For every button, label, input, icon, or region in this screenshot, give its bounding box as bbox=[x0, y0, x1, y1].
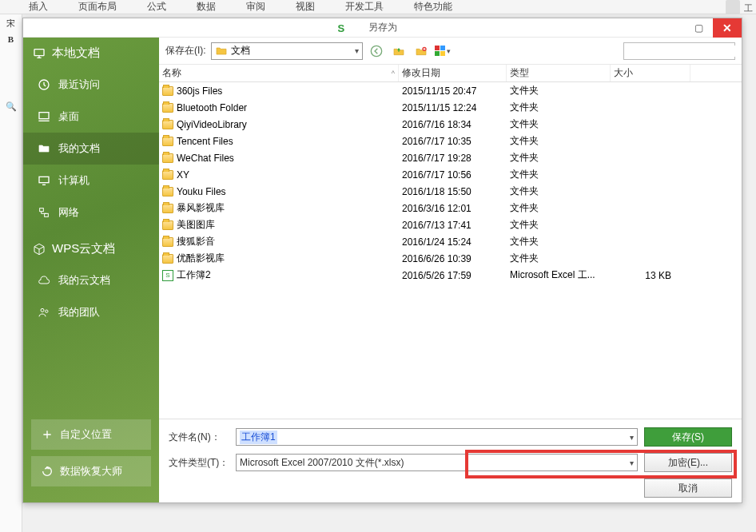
ribbon-tab[interactable]: 审阅 bbox=[246, 0, 265, 14]
file-name: XY bbox=[177, 169, 189, 181]
file-row[interactable]: 360js Files2015/11/15 20:47文件夹 bbox=[159, 82, 742, 99]
font-name-fragment: 宋 bbox=[0, 18, 22, 30]
data-recovery-button[interactable]: 数据恢复大师 bbox=[31, 456, 151, 486]
file-row[interactable]: QiyiVideoLibrary2016/7/16 18:34文件夹 bbox=[159, 116, 742, 133]
maximize-button[interactable]: ▢ bbox=[684, 18, 713, 38]
ribbon-tab[interactable]: 数据 bbox=[197, 0, 216, 14]
column-headers: 名称^ 修改日期 类型 大小 bbox=[159, 65, 742, 82]
file-row[interactable]: Youku Files2016/1/18 15:50文件夹 bbox=[159, 183, 742, 200]
file-row[interactable]: 搜狐影音2016/1/24 15:24文件夹 bbox=[159, 233, 742, 250]
svg-rect-4 bbox=[40, 208, 44, 212]
user-avatar[interactable] bbox=[726, 0, 740, 14]
file-name: 搜狐影音 bbox=[177, 235, 215, 248]
folder-icon bbox=[162, 120, 173, 129]
file-date: 2015/11/15 12:24 bbox=[399, 102, 507, 113]
ribbon-tab[interactable]: 开发工具 bbox=[345, 0, 384, 14]
sort-caret-icon: ^ bbox=[392, 69, 395, 77]
back-button[interactable] bbox=[368, 42, 385, 60]
filename-value[interactable]: 工作簿1 bbox=[240, 431, 277, 444]
file-row[interactable]: XY2016/7/17 10:56文件夹 bbox=[159, 166, 742, 183]
file-row[interactable]: WeChat Files2016/7/17 19:28文件夹 bbox=[159, 149, 742, 166]
file-name: Bluetooth Folder bbox=[177, 102, 247, 113]
sidebar-item-network[interactable]: 网络 bbox=[23, 197, 159, 228]
search-box[interactable]: 🔍 bbox=[623, 42, 735, 60]
sidebar-item-mydocs[interactable]: 我的文档 bbox=[23, 133, 159, 165]
xls-file-icon: S bbox=[162, 270, 173, 281]
filename-label: 文件名(N)： bbox=[169, 431, 229, 444]
filetype-label: 文件类型(T)： bbox=[169, 456, 229, 470]
sidebar-item-desktop[interactable]: 桌面 bbox=[23, 101, 159, 133]
dialog-titlebar: S 另存为 ▢ ✕ bbox=[23, 18, 742, 38]
cloud-doc-icon bbox=[38, 274, 50, 287]
sidebar-item-label: 计算机 bbox=[58, 173, 90, 188]
location-text: 文档 bbox=[231, 44, 250, 58]
sidebar-item-label: 桌面 bbox=[58, 109, 79, 124]
file-row[interactable]: Tencent Files2016/7/17 10:35文件夹 bbox=[159, 133, 742, 149]
save-in-label: 保存在(I): bbox=[165, 44, 206, 58]
ribbon-tab[interactable]: 插入 bbox=[29, 0, 48, 14]
search-input[interactable] bbox=[627, 46, 742, 57]
sidebar-item-clouddocs[interactable]: 我的云文档 bbox=[23, 264, 159, 296]
folder-icon bbox=[38, 142, 50, 155]
col-header-date[interactable]: 修改日期 bbox=[399, 65, 507, 81]
file-list[interactable]: 360js Files2015/11/15 20:47文件夹Bluetooth … bbox=[159, 82, 742, 419]
view-mode-button[interactable]: ▾ bbox=[435, 46, 451, 56]
sidebar-item-team[interactable]: 我的团队 bbox=[23, 296, 159, 328]
file-date: 2015/11/15 20:47 bbox=[399, 85, 507, 97]
file-row[interactable]: S工作簿22016/5/26 17:59Microsoft Excel 工...… bbox=[159, 267, 742, 284]
folder-icon bbox=[215, 45, 228, 58]
file-name: 暴风影视库 bbox=[177, 201, 225, 215]
monitor-icon bbox=[33, 47, 46, 60]
file-name: WeChat Files bbox=[177, 153, 234, 164]
col-header-name[interactable]: 名称^ bbox=[159, 65, 399, 81]
ribbon-tab[interactable]: 公式 bbox=[147, 0, 166, 14]
file-row[interactable]: 暴风影视库2016/3/16 12:01文件夹 bbox=[159, 200, 742, 216]
up-folder-button[interactable] bbox=[390, 42, 408, 60]
file-size: 13 KB bbox=[611, 270, 690, 281]
file-name: 工作簿2 bbox=[177, 268, 211, 282]
save-button[interactable]: 保存(S) bbox=[644, 427, 732, 447]
file-type: 文件夹 bbox=[507, 101, 611, 114]
chevron-down-icon[interactable]: ▾ bbox=[630, 433, 634, 442]
file-date: 2016/7/13 17:41 bbox=[399, 220, 507, 231]
close-button[interactable]: ✕ bbox=[713, 18, 742, 38]
location-combo[interactable]: 文档 ▾ bbox=[211, 42, 363, 60]
encrypt-button[interactable]: 加密(E)... bbox=[644, 453, 732, 472]
cube-icon bbox=[33, 243, 46, 256]
folder-icon bbox=[162, 220, 173, 230]
sidebar-item-computer[interactable]: 计算机 bbox=[23, 165, 159, 197]
col-header-size[interactable]: 大小 bbox=[611, 65, 690, 81]
cancel-button[interactable]: 取消 bbox=[644, 478, 732, 498]
folder-icon bbox=[162, 103, 173, 113]
sidebar-item-label: 最近访问 bbox=[58, 77, 100, 92]
new-folder-button[interactable] bbox=[412, 42, 430, 60]
location-sidebar: 本地文档 最近访问 桌面 我的文档 计算机 网络 bbox=[23, 38, 159, 502]
button-label: 自定义位置 bbox=[60, 427, 112, 442]
ribbon-tab[interactable]: 视图 bbox=[296, 0, 315, 14]
svg-point-6 bbox=[41, 308, 44, 312]
file-date: 2016/3/16 12:01 bbox=[399, 203, 507, 214]
file-type: 文件夹 bbox=[507, 151, 611, 165]
file-row[interactable]: 美图图库2016/7/13 17:41文件夹 bbox=[159, 216, 742, 233]
grid-icon bbox=[435, 46, 445, 56]
sidebar-item-label: 网络 bbox=[58, 205, 79, 220]
folder-icon bbox=[162, 137, 173, 146]
toolbar: 保存在(I): 文档 ▾ ▾ 🔍 bbox=[159, 38, 742, 65]
filename-field[interactable]: 工作簿1 ▾ bbox=[236, 428, 638, 446]
file-date: 2016/7/17 19:28 bbox=[399, 153, 507, 164]
file-row[interactable]: Bluetooth Folder2015/11/15 12:24文件夹 bbox=[159, 99, 742, 116]
chevron-down-icon: ▾ bbox=[447, 47, 451, 55]
network-icon bbox=[38, 206, 50, 219]
folder-icon bbox=[162, 153, 173, 163]
ribbon-tab[interactable]: 页面布局 bbox=[78, 0, 117, 14]
sidebar-item-recent[interactable]: 最近访问 bbox=[23, 69, 159, 101]
file-type: Microsoft Excel 工... bbox=[507, 268, 611, 282]
custom-location-button[interactable]: 自定义位置 bbox=[31, 419, 151, 450]
ribbon-tab[interactable]: 特色功能 bbox=[414, 0, 452, 14]
file-row[interactable]: 优酷影视库2016/6/26 10:39文件夹 bbox=[159, 250, 742, 267]
chevron-down-icon[interactable]: ▾ bbox=[630, 459, 634, 467]
sidebar-header-local: 本地文档 bbox=[23, 38, 159, 69]
bold-button-fragment: B bbox=[0, 34, 22, 44]
col-header-type[interactable]: 类型 bbox=[507, 65, 611, 81]
filetype-field[interactable]: Microsoft Excel 2007/2010 文件(*.xlsx) ▾ bbox=[236, 454, 638, 471]
